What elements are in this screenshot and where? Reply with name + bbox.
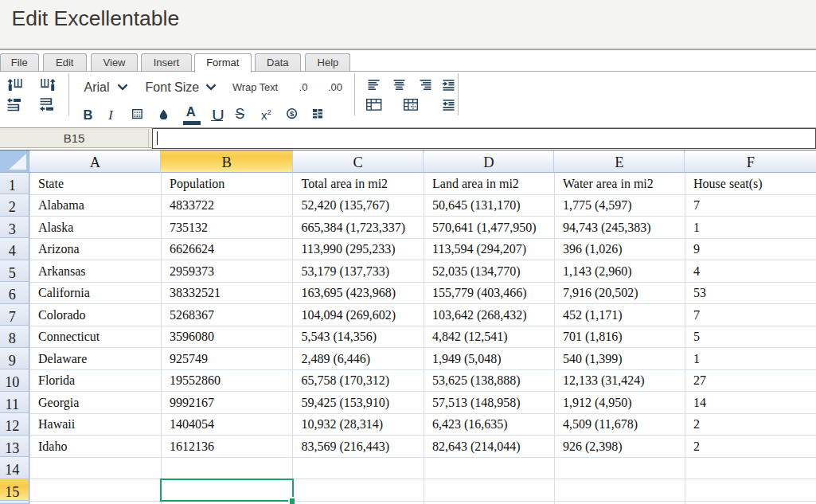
svg-text:$: $ <box>290 110 295 119</box>
